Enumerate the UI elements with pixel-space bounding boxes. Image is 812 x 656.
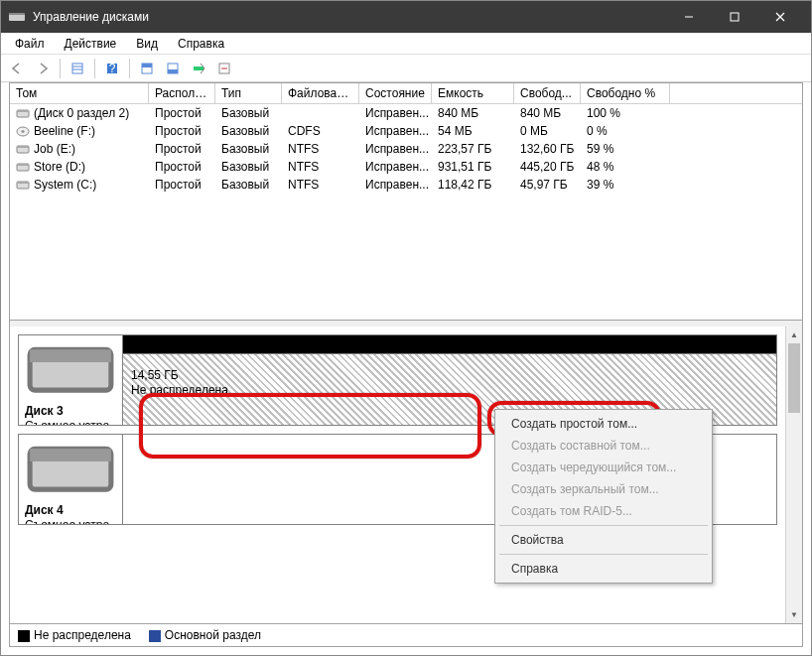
- menu-file[interactable]: Файл: [7, 35, 53, 53]
- unallocated-header-strip: [123, 335, 776, 353]
- cm-create-mirrored-volume: Создать зеркальный том...: [497, 478, 710, 500]
- volume-name: Store (D:): [34, 160, 85, 174]
- volume-row[interactable]: System (C:)ПростойБазовыйNTFSИсправен...…: [10, 176, 802, 194]
- cm-properties[interactable]: Свойства: [497, 529, 710, 551]
- volume-cell: Простой: [149, 105, 215, 121]
- column-header-capacity[interactable]: Емкость: [432, 83, 514, 103]
- cm-create-raid5-volume: Создать том RAID-5...: [497, 500, 710, 522]
- volume-cell: Исправен...: [359, 141, 432, 157]
- volume-cell: Базовый: [215, 141, 282, 157]
- volume-cell: 100 %: [581, 105, 670, 121]
- minimize-button[interactable]: [666, 1, 712, 33]
- vertical-scrollbar[interactable]: ▲ ▼: [785, 327, 802, 623]
- volume-cell: CDFS: [282, 123, 359, 139]
- cm-create-spanned-volume: Создать составной том...: [497, 435, 710, 457]
- volume-cell: 0 %: [581, 123, 670, 139]
- titlebar: Управление дисками: [1, 1, 811, 33]
- svg-rect-3: [731, 13, 739, 21]
- scroll-down-icon[interactable]: ▼: [786, 606, 802, 623]
- cm-create-simple-volume[interactable]: Создать простой том...: [497, 413, 710, 435]
- legend-unallocated: Не распределена: [18, 628, 131, 642]
- volume-cell: Базовый: [215, 105, 282, 121]
- menu-help[interactable]: Справка: [170, 35, 232, 53]
- help-button[interactable]: ?: [100, 58, 124, 79]
- volume-cell: 132,60 ГБ: [514, 141, 581, 157]
- volume-list: ТомРасполо...ТипФайловая с...СостояниеЕм…: [9, 82, 803, 321]
- scroll-thumb[interactable]: [788, 343, 800, 413]
- volume-cell: 223,57 ГБ: [432, 141, 514, 157]
- disk-info: Диск 4Съемное устроНет носителя: [19, 435, 123, 524]
- settings-button[interactable]: [187, 58, 210, 79]
- menu-action[interactable]: Действие: [57, 35, 125, 53]
- volume-name: System (C:): [34, 178, 96, 192]
- svg-rect-12: [142, 64, 152, 67]
- column-header-type[interactable]: Тип: [215, 83, 282, 103]
- volume-cell: 118,42 ГБ: [432, 177, 514, 193]
- volume-cell: 840 МБ: [432, 105, 514, 121]
- app-icon: [9, 11, 25, 23]
- column-header-free[interactable]: Свобод...: [514, 83, 581, 103]
- volume-cell: Исправен...: [359, 123, 432, 139]
- volume-cell: 445,20 ГБ: [514, 159, 581, 175]
- column-header-volume[interactable]: Том: [10, 83, 149, 103]
- volume-cell: Базовый: [215, 159, 282, 175]
- svg-point-21: [22, 130, 25, 132]
- cd-icon: [16, 126, 30, 137]
- volume-cell: 45,97 ГБ: [514, 177, 581, 193]
- column-header-status[interactable]: Состояние: [359, 83, 432, 103]
- svg-rect-6: [72, 64, 82, 73]
- disk-info: Диск 3Съемное устро14,55 ГБВ сети: [19, 335, 123, 425]
- volume-cell: Простой: [149, 159, 215, 175]
- column-header-fs[interactable]: Файловая с...: [282, 83, 359, 103]
- volume-cell: 39 %: [581, 177, 670, 193]
- drive-icon: [25, 488, 116, 502]
- close-button[interactable]: [757, 1, 803, 33]
- drive-icon: [25, 389, 116, 403]
- view-top-button[interactable]: [135, 58, 159, 79]
- legend: Не распределена Основной раздел: [9, 624, 803, 647]
- volume-cell: Исправен...: [359, 105, 432, 121]
- cm-help[interactable]: Справка: [497, 558, 710, 580]
- menu-view[interactable]: Вид: [128, 35, 166, 53]
- volume-name: (Диск 0 раздел 2): [34, 106, 129, 120]
- volume-cell: NTFS: [282, 141, 359, 157]
- volume-row[interactable]: (Диск 0 раздел 2)ПростойБазовыйИсправен.…: [10, 104, 802, 122]
- volume-row[interactable]: Beeline (F:)ПростойБазовыйCDFSИсправен..…: [10, 122, 802, 140]
- window-title: Управление дисками: [33, 10, 666, 24]
- volume-cell: Базовый: [215, 177, 282, 193]
- volume-cell: 840 МБ: [514, 105, 581, 121]
- drive-icon: [16, 162, 30, 173]
- svg-rect-27: [17, 182, 29, 184]
- properties-button[interactable]: [66, 58, 89, 79]
- column-header-freepct[interactable]: Свободно %: [581, 83, 670, 103]
- volume-cell: 931,51 ГБ: [432, 159, 514, 175]
- action-button[interactable]: [212, 58, 236, 79]
- volume-cell: Базовый: [215, 123, 282, 139]
- svg-rect-31: [30, 449, 111, 461]
- svg-text:?: ?: [109, 62, 116, 75]
- volume-cell: Простой: [149, 141, 215, 157]
- forward-button[interactable]: [31, 58, 55, 79]
- column-header-layout[interactable]: Располо...: [149, 83, 215, 103]
- volume-name: Beeline (F:): [34, 124, 95, 138]
- volume-cell: Простой: [149, 177, 215, 193]
- scroll-up-icon[interactable]: ▲: [786, 327, 802, 343]
- volume-cell: 54 МБ: [432, 123, 514, 139]
- maximize-button[interactable]: [712, 1, 757, 33]
- volume-row[interactable]: Store (D:)ПростойБазовыйNTFSИсправен...9…: [10, 158, 802, 176]
- drive-icon: [16, 144, 30, 155]
- svg-rect-23: [17, 146, 29, 148]
- volume-cell: Исправен...: [359, 159, 432, 175]
- volume-row[interactable]: Job (E:)ПростойБазовыйNTFSИсправен...223…: [10, 140, 802, 158]
- volume-cell: NTFS: [282, 177, 359, 193]
- back-button[interactable]: [5, 58, 29, 79]
- view-bottom-button[interactable]: [161, 58, 185, 79]
- volume-name: Job (E:): [34, 142, 75, 156]
- cm-create-striped-volume: Создать чередующийся том...: [497, 457, 710, 478]
- svg-rect-19: [17, 110, 29, 112]
- legend-primary: Основной раздел: [149, 628, 261, 642]
- svg-rect-29: [30, 349, 111, 362]
- svg-rect-14: [168, 69, 178, 73]
- volume-cell: 59 %: [581, 141, 670, 157]
- volume-cell: [282, 105, 359, 121]
